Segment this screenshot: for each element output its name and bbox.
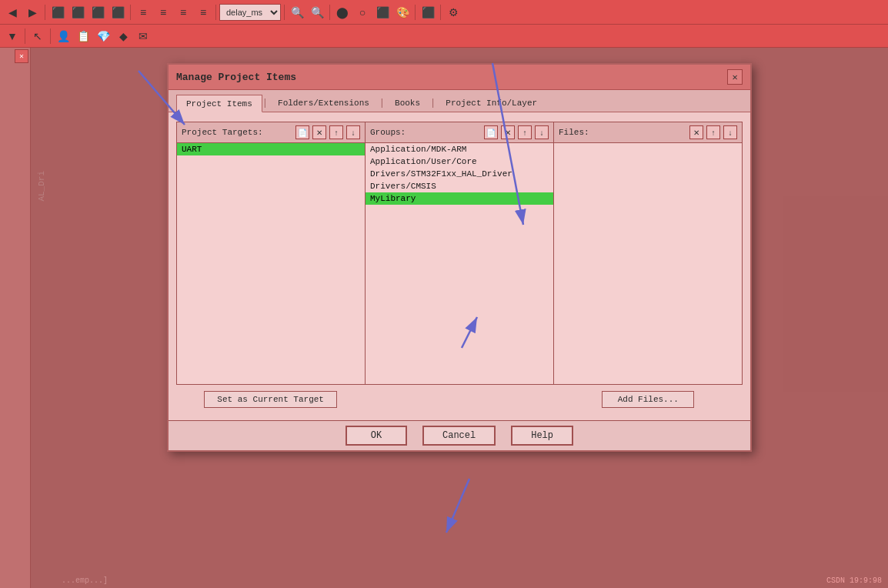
tab-project-info[interactable]: Project Info/Layer — [436, 95, 547, 112]
set-current-target-btn[interactable]: Set as Current Target — [204, 391, 337, 408]
tab-folders-extensions[interactable]: Folders/Extensions — [268, 95, 379, 112]
targets-panel: Project Targets: 📄 ✕ ↑ ↓ UART — [177, 122, 366, 384]
dialog-tabs: Project Items | Folders/Extensions | Boo… — [169, 90, 750, 112]
toolbar-btn-8[interactable]: ≡ — [194, 3, 212, 22]
tab-project-items[interactable]: Project Items — [176, 95, 262, 112]
main-toolbar: ◀ ▶ ⬛ ⬛ ⬛ ⬛ ≡ ≡ ≡ ≡ delay_ms 🔍 🔍 ⬤ ○ ⬛ 🎨… — [0, 0, 888, 25]
targets-new-btn[interactable]: 📄 — [295, 125, 309, 139]
modal-overlay: Manage Project Items ✕ Project Items | F… — [31, 48, 888, 588]
group-item-3[interactable]: Drivers/CMSIS — [366, 180, 553, 192]
add-files-btn[interactable]: Add Files... — [602, 391, 694, 408]
tab-books[interactable]: Books — [385, 95, 430, 112]
toolbar-btn-5[interactable]: ≡ — [134, 3, 152, 22]
files-down-btn[interactable]: ↓ — [723, 125, 737, 139]
toolbar-sep-6 — [415, 5, 416, 20]
toolbar-btn-9[interactable]: ⬛ — [373, 3, 392, 22]
toolbar-btn-11[interactable]: ⬛ — [419, 3, 437, 22]
tb2-btn-3[interactable]: 💎 — [94, 27, 112, 45]
tb2-sep-2 — [50, 28, 51, 44]
targets-list: UART — [177, 143, 365, 384]
dialog-titlebar: Manage Project Items ✕ — [169, 65, 750, 90]
toolbar-magnify[interactable]: 🔍 — [308, 3, 326, 22]
panels-container: Project Targets: 📄 ✕ ↑ ↓ UART — [176, 122, 743, 385]
files-up-btn[interactable]: ↑ — [706, 125, 720, 139]
toolbar-sep-1 — [45, 5, 45, 20]
targets-panel-header: Project Targets: 📄 ✕ ↑ ↓ — [177, 122, 365, 143]
tb2-sep-1 — [25, 28, 25, 44]
files-panel: Files: ✕ ↑ ↓ — [554, 122, 742, 384]
status-bar: ...emp...] — [62, 576, 108, 585]
left-panel: ✕ — [0, 48, 31, 588]
files-panel-header: Files: ✕ ↑ ↓ — [554, 122, 742, 143]
toolbar-sep-5 — [329, 5, 330, 20]
toolbar-settings[interactable]: ⚙ — [444, 3, 462, 22]
footer-right: Add Files... — [554, 391, 743, 408]
target-item-uart[interactable]: UART — [177, 143, 365, 155]
footer-left: Set as Current Target — [176, 391, 365, 408]
toolbar-btn-10[interactable]: 🎨 — [393, 3, 412, 22]
toolbar-circle2[interactable]: ○ — [353, 3, 372, 22]
toolbar-btn-4[interactable]: ⬛ — [108, 3, 127, 22]
groups-panel-header: Groups: 📄 ✕ ↑ ↓ — [366, 122, 553, 143]
footer-panels: Set as Current Target Add Files... — [176, 391, 743, 408]
manage-project-dialog: Manage Project Items ✕ Project Items | F… — [167, 63, 752, 452]
ok-button[interactable]: OK — [346, 426, 407, 446]
tb2-cursor[interactable]: ↖ — [28, 27, 47, 45]
targets-up-btn[interactable]: ↑ — [329, 125, 343, 139]
targets-delete-btn[interactable]: ✕ — [312, 125, 326, 139]
toolbar-sep-2 — [130, 5, 131, 20]
toolbar-sep-4 — [284, 5, 285, 20]
tb2-btn-4[interactable]: ◆ — [114, 27, 132, 45]
toolbar-forward[interactable]: ▶ — [23, 3, 42, 22]
targets-down-btn[interactable]: ↓ — [346, 125, 360, 139]
group-item-4[interactable]: MyLibrary — [366, 192, 553, 205]
groups-label: Groups: — [370, 128, 481, 137]
tb2-dropdown-arrow[interactable]: ▼ — [3, 27, 22, 45]
files-list — [554, 143, 742, 384]
toolbar-circle1[interactable]: ⬤ — [333, 3, 352, 22]
toolbar-back[interactable]: ◀ — [3, 3, 22, 22]
files-label: Files: — [559, 128, 686, 137]
toolbar-sep-7 — [440, 5, 441, 20]
csdn-watermark: CSDN 19:9:98 — [826, 576, 882, 585]
dialog-close-button[interactable]: ✕ — [727, 69, 743, 85]
toolbar-btn-3[interactable]: ⬛ — [88, 3, 107, 22]
tb2-btn-5[interactable]: ✉ — [134, 27, 152, 45]
tb2-btn-1[interactable]: 👤 — [54, 27, 72, 45]
footer-mid — [365, 391, 553, 408]
left-panel-close[interactable]: ✕ — [15, 49, 28, 63]
second-toolbar: ▼ ↖ 👤 📋 💎 ◆ ✉ — [0, 25, 888, 48]
groups-list: Application/MDK-ARM Application/User/Cor… — [366, 143, 553, 384]
groups-up-btn[interactable]: ↑ — [518, 125, 532, 139]
groups-panel: Groups: 📄 ✕ ↑ ↓ Application/MDK-ARM Appl… — [366, 122, 554, 384]
toolbar-sep-3 — [215, 5, 216, 20]
dialog-title: Manage Project Items — [176, 72, 296, 83]
files-delete-btn[interactable]: ✕ — [689, 125, 703, 139]
group-item-0[interactable]: Application/MDK-ARM — [366, 143, 553, 155]
toolbar-btn-1[interactable]: ⬛ — [48, 3, 67, 22]
toolbar-search[interactable]: 🔍 — [288, 3, 306, 22]
dialog-body: Project Targets: 📄 ✕ ↑ ↓ UART — [169, 112, 750, 414]
tb2-btn-2[interactable]: 📋 — [74, 27, 92, 45]
toolbar-btn-7[interactable]: ≡ — [174, 3, 192, 22]
help-button[interactable]: Help — [511, 426, 573, 446]
groups-down-btn[interactable]: ↓ — [535, 125, 549, 139]
cancel-button[interactable]: Cancel — [422, 426, 496, 446]
group-item-2[interactable]: Drivers/STM32F1xx_HAL_Driver — [366, 168, 553, 180]
toolbar-btn-6[interactable]: ≡ — [154, 3, 172, 22]
targets-label: Project Targets: — [182, 128, 292, 137]
groups-new-btn[interactable]: 📄 — [484, 125, 498, 139]
main-area: ✕ AL_Dri Manage Project Items ✕ Project … — [0, 48, 888, 588]
target-dropdown[interactable]: delay_ms — [219, 4, 281, 21]
dialog-bottombar: OK Cancel Help — [169, 420, 750, 450]
groups-delete-btn[interactable]: ✕ — [501, 125, 515, 139]
toolbar-btn-2[interactable]: ⬛ — [68, 3, 87, 22]
group-item-1[interactable]: Application/User/Core — [366, 155, 553, 168]
content-area: AL_Dri Manage Project Items ✕ Project It… — [31, 48, 888, 588]
